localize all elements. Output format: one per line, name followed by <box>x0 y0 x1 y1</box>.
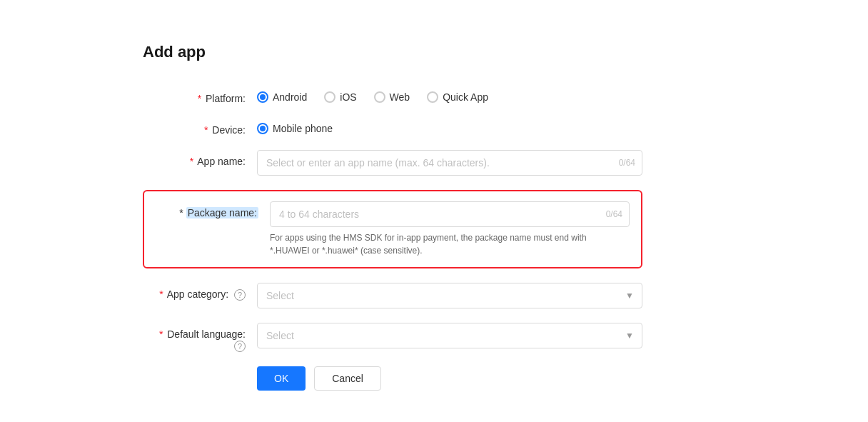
device-radio-group: Mobile phone <box>257 119 642 134</box>
package-name-input-wrapper: 0/64 <box>270 201 630 227</box>
ios-radio-circle[interactable] <box>324 91 335 103</box>
package-name-label-col: * Package name: <box>156 201 270 218</box>
device-mobile[interactable]: Mobile phone <box>257 123 333 134</box>
app-name-input[interactable] <box>257 150 642 176</box>
package-name-hint: For apps using the HMS SDK for in-app pa… <box>270 231 630 257</box>
platform-label: * Platform: <box>143 87 257 104</box>
page-container: Add app * Platform: Android iOS <box>0 0 868 422</box>
app-category-select-wrapper: Select ▼ <box>257 283 642 308</box>
package-name-input[interactable] <box>270 201 630 227</box>
mobile-radio-circle[interactable] <box>257 123 268 134</box>
app-name-content: 0/64 <box>257 150 642 176</box>
default-language-content: Select ▼ <box>257 323 642 348</box>
app-category-help-icon[interactable]: ? <box>234 289 246 301</box>
app-category-row: * App category: ? Select ▼ <box>143 283 642 308</box>
platform-ios[interactable]: iOS <box>324 91 356 103</box>
quick-app-radio-circle[interactable] <box>427 91 438 103</box>
device-row: * Device: Mobile phone <box>143 119 642 136</box>
default-language-row: * Default language: ? Select ▼ <box>143 323 642 352</box>
platform-quick-app[interactable]: Quick App <box>427 91 488 103</box>
app-name-label: * App name: <box>143 150 257 167</box>
app-name-input-wrapper: 0/64 <box>257 150 642 176</box>
package-required-star: * <box>179 207 183 218</box>
app-name-required-star: * <box>190 156 193 167</box>
web-radio-circle[interactable] <box>374 91 385 103</box>
form-container: * Platform: Android iOS Web <box>143 87 642 391</box>
app-category-content: Select ▼ <box>257 283 642 308</box>
device-label: * Device: <box>143 119 257 136</box>
web-label: Web <box>390 91 410 103</box>
device-required-star: * <box>204 124 208 136</box>
default-language-label: * Default language: ? <box>143 323 257 352</box>
app-category-select[interactable]: Select <box>257 283 642 308</box>
default-language-select[interactable]: Select <box>257 323 642 348</box>
ok-button[interactable]: OK <box>257 366 306 391</box>
app-category-label: * App category: ? <box>143 283 257 301</box>
default-language-help-icon[interactable]: ? <box>234 341 246 352</box>
platform-web[interactable]: Web <box>374 91 410 103</box>
app-name-row: * App name: 0/64 <box>143 150 642 176</box>
app-name-char-count: 0/64 <box>619 158 635 168</box>
package-name-label: Package name: <box>186 207 258 218</box>
default-language-select-wrapper: Select ▼ <box>257 323 642 348</box>
package-name-row: * Package name: 0/64 For apps using the … <box>143 190 642 268</box>
ios-label: iOS <box>340 91 356 103</box>
platform-required-star: * <box>198 93 201 104</box>
platform-radio-group: Android iOS Web Quick App <box>257 87 642 103</box>
mobile-label: Mobile phone <box>273 123 333 134</box>
android-label: Android <box>273 91 307 103</box>
cancel-button[interactable]: Cancel <box>314 366 381 391</box>
package-name-box: * Package name: 0/64 For apps using the … <box>143 190 642 268</box>
package-row-inner: * Package name: 0/64 For apps using the … <box>156 201 630 257</box>
android-radio-circle[interactable] <box>257 91 268 103</box>
platform-options: Android iOS Web Quick App <box>257 87 642 103</box>
default-language-required-star: * <box>159 328 163 340</box>
buttons-row: OK Cancel <box>143 366 642 391</box>
app-category-required-star: * <box>159 288 163 300</box>
device-options: Mobile phone <box>257 119 642 134</box>
package-name-char-count: 0/64 <box>606 209 622 219</box>
package-name-content: 0/64 For apps using the HMS SDK for in-a… <box>270 201 630 257</box>
quick-app-label: Quick App <box>443 91 488 103</box>
platform-row: * Platform: Android iOS Web <box>143 87 642 104</box>
platform-android[interactable]: Android <box>257 91 307 103</box>
page-title: Add app <box>143 43 868 61</box>
